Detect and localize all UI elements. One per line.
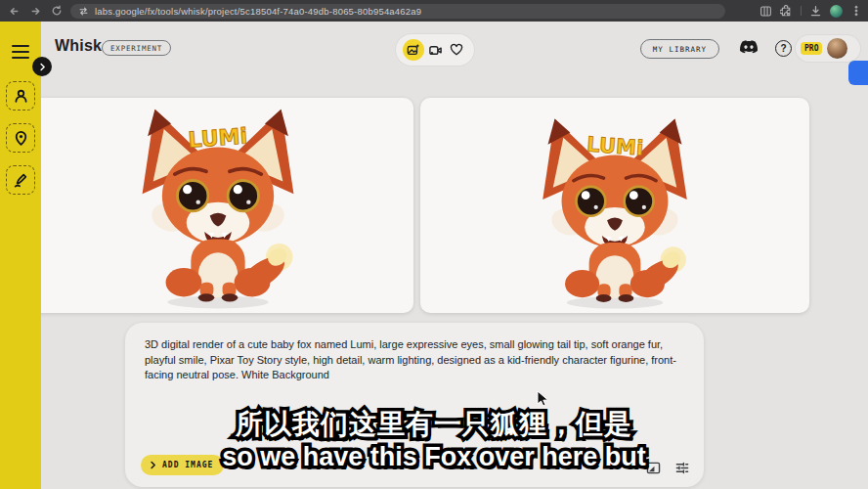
site-info-icon	[78, 6, 89, 17]
prompt-toolbar	[646, 461, 690, 475]
pro-badge: PRO	[801, 42, 822, 55]
whisk-app: Whisk EXPERIMENT MY LIBRARY ? PRO	[0, 22, 868, 489]
question-mark-icon: ?	[780, 43, 786, 54]
page-title: Whisk	[55, 37, 102, 55]
url-text: labs.google/fx/tools/whisk/project/5c185…	[95, 6, 421, 17]
favorites-button[interactable]	[446, 39, 467, 61]
browser-toolbar: labs.google/fx/tools/whisk/project/5c185…	[0, 0, 868, 22]
reload-icon	[51, 5, 63, 17]
aspect-ratio-button[interactable]	[646, 462, 661, 474]
chevron-right-icon	[38, 63, 47, 71]
forward-arrow-icon	[29, 5, 42, 18]
menu-button[interactable]	[12, 45, 29, 59]
fox-illustration: LUMi	[527, 115, 703, 313]
sidebar-item-subject[interactable]	[6, 81, 35, 111]
discord-icon	[739, 40, 759, 55]
add-image-button[interactable]: ADD IMAGE	[141, 455, 224, 475]
location-pin-icon	[13, 130, 29, 147]
downloads-icon[interactable]	[809, 5, 822, 18]
prompt-text[interactable]: 3D digital render of a cute baby fox nam…	[145, 337, 688, 383]
sidebar-item-scene[interactable]	[6, 123, 35, 153]
hamburger-icon	[12, 45, 29, 47]
lumi-name-overlay: LUMi	[586, 132, 645, 160]
person-icon	[13, 88, 29, 105]
browser-back-button[interactable]	[6, 3, 22, 19]
back-arrow-icon	[8, 5, 21, 18]
expand-sidebar-button[interactable]	[32, 57, 52, 76]
fox-illustration: LUMi	[125, 106, 311, 313]
browser-profile-avatar[interactable]	[830, 5, 843, 18]
image-sparkle-icon	[407, 43, 420, 57]
add-image-label: ADD IMAGE	[162, 461, 213, 469]
account-button[interactable]: PRO	[796, 35, 860, 62]
toolbar-divider	[801, 6, 802, 16]
feedback-tab[interactable]	[848, 61, 868, 85]
mouse-cursor	[537, 390, 550, 408]
chevron-right-icon	[149, 461, 157, 469]
url-bar[interactable]: labs.google/fx/tools/whisk/project/5c185…	[70, 4, 725, 19]
app-header: Whisk EXPERIMENT MY LIBRARY ? PRO	[41, 22, 868, 78]
tab-groups-icon[interactable]	[760, 5, 772, 18]
browser-reload-button[interactable]	[49, 3, 65, 19]
browser-actions	[760, 5, 862, 18]
settings-tune-button[interactable]	[674, 461, 690, 475]
browser-menu-icon[interactable]	[850, 5, 862, 17]
generated-image-card-2[interactable]: LUMi	[420, 98, 809, 313]
experiment-badge: EXPERIMENT	[102, 40, 171, 56]
generated-image-card-1[interactable]: LUMi	[22, 98, 413, 313]
browser-forward-button[interactable]	[27, 3, 43, 19]
lumi-name-overlay: LUMi	[187, 122, 248, 152]
extensions-puzzle-icon[interactable]	[780, 5, 793, 18]
help-button[interactable]: ?	[775, 40, 792, 57]
heart-icon	[450, 43, 463, 57]
my-library-button[interactable]: MY LIBRARY	[640, 39, 719, 59]
mode-switcher	[396, 34, 474, 66]
prompt-card: 3D digital render of a cute baby fox nam…	[125, 323, 704, 487]
video-camera-plus-icon	[428, 43, 443, 58]
mode-image-button[interactable]	[403, 39, 424, 61]
style-pen-icon	[13, 172, 29, 189]
sidebar	[0, 22, 41, 489]
sidebar-item-style[interactable]	[6, 165, 35, 195]
mode-video-button[interactable]	[424, 39, 446, 61]
user-avatar	[827, 38, 847, 59]
discord-button[interactable]	[739, 40, 759, 59]
